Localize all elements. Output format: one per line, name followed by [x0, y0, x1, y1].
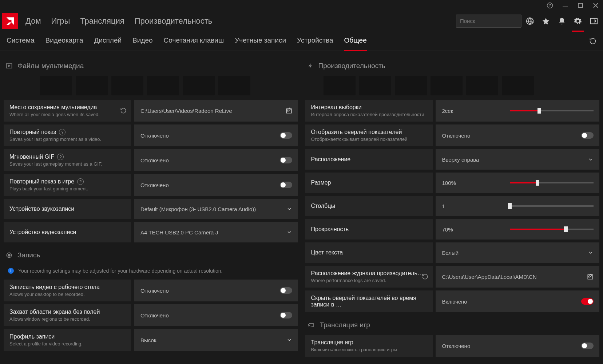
info-icon: i	[8, 268, 14, 274]
desktop-record-label: Записать видео с рабочего стола Allows y…	[4, 280, 131, 301]
edit-path-icon[interactable]	[286, 107, 292, 114]
media-thumb[interactable]	[76, 76, 108, 95]
perf-thumb[interactable]	[502, 76, 534, 95]
perf-log-location-label: Расположение журнала производитель… Wher…	[305, 266, 433, 288]
hide-overlay-rec-value: Включено	[436, 290, 600, 312]
gear-icon[interactable]	[574, 17, 582, 25]
perf-thumb[interactable]	[359, 76, 391, 95]
instant-gif-value: Отключено	[134, 149, 298, 171]
section-media-title: Файлы мультимедиа	[17, 62, 84, 70]
section-performance-title: Производительность	[318, 62, 385, 70]
help-icon[interactable]: ?	[57, 154, 64, 160]
hide-overlay-rec-toggle[interactable]	[581, 298, 594, 305]
text-color-dropdown[interactable]: Белый	[436, 242, 600, 263]
star-icon[interactable]	[542, 17, 550, 25]
perf-thumb[interactable]	[466, 76, 498, 95]
chevron-down-icon	[286, 229, 292, 235]
ingame-replay-toggle[interactable]	[280, 182, 292, 188]
subnav-system[interactable]: Система	[7, 36, 35, 46]
reset-icon[interactable]	[422, 273, 428, 280]
media-thumb[interactable]	[183, 76, 215, 95]
instant-gif-toggle[interactable]	[280, 157, 292, 163]
perf-thumbnails	[305, 76, 600, 100]
chevron-down-icon	[286, 206, 292, 212]
overlay-columns-value: 1	[436, 196, 600, 216]
overlay-position-dropdown[interactable]: Вверху справа	[436, 149, 600, 170]
search-box[interactable]	[456, 15, 521, 28]
subnav-accounts[interactable]: Учетные записи	[235, 36, 286, 46]
media-thumb[interactable]	[218, 76, 250, 95]
overlay-opacity-value: 70%	[436, 219, 600, 240]
nav-home[interactable]: Дом	[25, 16, 41, 26]
help-icon[interactable]: ?	[59, 129, 66, 135]
overlay-columns-slider[interactable]	[510, 205, 594, 207]
media-thumb[interactable]	[40, 76, 72, 95]
right-column: Производительность Интервал выборки Инте…	[302, 51, 603, 364]
sub-nav: Система Видеокарта Дисплей Видео Сочетан…	[0, 31, 603, 51]
subnav-devices[interactable]: Устройства	[297, 36, 333, 46]
nav-games[interactable]: Игры	[51, 16, 70, 26]
perf-thumb[interactable]	[395, 76, 427, 95]
revert-icon[interactable]	[589, 37, 596, 45]
gamestream-enable-value: Отключено	[436, 335, 600, 357]
audio-device-dropdown[interactable]: Default (Микрофон (3- USB2.0 Camera Audi…	[134, 199, 298, 219]
section-recording-header: Запись	[6, 251, 298, 259]
media-save-location-label: Место сохранения мультимедиа Where all y…	[4, 100, 131, 122]
media-save-location-value[interactable]: C:\Users\User\Videos\Radeon ReLive	[134, 100, 298, 122]
show-overlay-value: Отключено	[436, 124, 600, 146]
chevron-down-icon	[286, 337, 292, 343]
subnav-display[interactable]: Дисплей	[94, 36, 122, 46]
instant-gif-label: Мгновенный GIF? Saves your last gameplay…	[4, 149, 131, 171]
nav-streaming[interactable]: Трансляция	[80, 16, 124, 26]
sampling-interval-value: 2сек	[436, 100, 600, 122]
perf-thumb[interactable]	[324, 76, 356, 95]
overlay-size-slider[interactable]	[510, 182, 594, 183]
left-column: Файлы мультимедиа Место сохранения мульт…	[0, 51, 302, 364]
subnav-gpu[interactable]: Видеокарта	[45, 36, 83, 46]
titlebar	[0, 0, 603, 11]
overlay-opacity-slider[interactable]	[510, 229, 594, 230]
recording-profile-dropdown[interactable]: Высок.	[134, 329, 298, 351]
overlay-size-value: 100%	[436, 173, 600, 193]
perf-log-location-value[interactable]: C:\Users\User\AppData\Local\AMD\CN	[436, 266, 600, 288]
overlay-opacity-label: Прозрачность	[305, 219, 433, 240]
ingame-replay-value: Отключено	[134, 174, 298, 196]
minimize-icon[interactable]	[561, 1, 570, 10]
media-icon	[6, 63, 12, 69]
maximize-icon[interactable]	[576, 1, 585, 10]
perf-thumb[interactable]	[431, 76, 463, 95]
region-capture-value: Отключено	[134, 304, 298, 326]
media-thumb[interactable]	[147, 76, 179, 95]
subnav-hotkeys[interactable]: Сочетания клавиш	[164, 36, 224, 46]
amd-logo[interactable]	[2, 13, 18, 29]
desktop-record-toggle[interactable]	[280, 287, 292, 294]
subnav-general[interactable]: Общее	[344, 36, 367, 46]
gamestream-enable-toggle[interactable]	[581, 343, 594, 349]
edit-path-icon[interactable]	[587, 273, 594, 280]
hide-overlay-rec-label: Скрыть оверлей показателей во время запи…	[305, 290, 433, 312]
help-circle-icon[interactable]	[546, 1, 554, 10]
panel-icon[interactable]	[590, 17, 598, 25]
sampling-interval-slider[interactable]	[510, 110, 594, 111]
help-icon[interactable]: ?	[77, 178, 84, 185]
reset-icon[interactable]	[120, 107, 127, 114]
media-thumb[interactable]	[111, 76, 143, 95]
recording-profile-label: Профиль записи Select a profile for vide…	[4, 329, 131, 351]
svg-point-1	[550, 7, 550, 7]
svg-rect-3	[578, 3, 583, 8]
video-device-dropdown[interactable]: A4 TECH USB2.0 PC Camera J	[134, 222, 298, 242]
overlay-size-label: Размер	[305, 173, 433, 193]
globe-icon[interactable]	[526, 17, 534, 25]
region-capture-toggle[interactable]	[280, 312, 292, 318]
show-overlay-label: Отобразить оверлей показателей Отображае…	[305, 124, 433, 146]
bell-icon[interactable]	[558, 17, 566, 25]
overlay-columns-label: Столбцы	[305, 196, 433, 216]
section-gamestream-title: Трансляция игр	[320, 321, 370, 329]
subnav-video[interactable]: Видео	[132, 36, 153, 46]
replay-toggle[interactable]	[280, 132, 292, 139]
svg-rect-2	[563, 7, 568, 7]
show-overlay-toggle[interactable]	[581, 132, 594, 139]
nav-performance[interactable]: Производительность	[135, 16, 213, 26]
close-icon[interactable]	[591, 1, 600, 10]
search-input[interactable]	[460, 18, 529, 24]
